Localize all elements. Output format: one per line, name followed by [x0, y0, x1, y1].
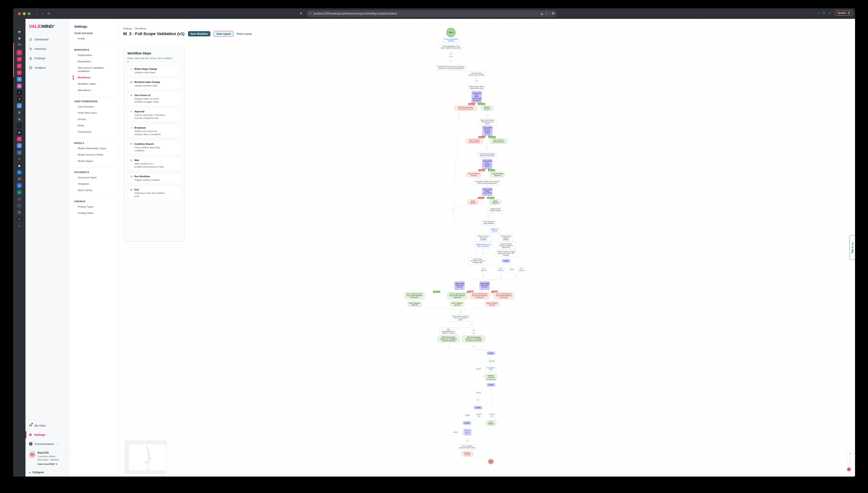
workflow-node-a79-br[interactable]: default — [475, 367, 481, 370]
window-maximize-button[interactable] — [28, 12, 31, 15]
settings-nav-item-workflow-states[interactable]: Workflow States — [74, 81, 114, 87]
extensions-puzzle-icon[interactable]: ⬡ — [823, 11, 826, 15]
linkedin-tab[interactable]: in — [17, 170, 22, 175]
workflow-node-a70-mrg[interactable]: ◦ — [471, 324, 473, 326]
browser-update-button[interactable]: Update☰ — [834, 10, 853, 16]
workflow-node-a46-act[interactable]: Confirm Findings in Findings Management … — [495, 250, 517, 257]
workflow-node-a21-red[interactable]: Non-Technical Gating Rejected — [466, 138, 483, 144]
reset-layout-button[interactable]: Reset Layout — [237, 33, 252, 35]
workflow-node-a7-act[interactable]: Model Executive Sponsor Sign-Off (MES) — [468, 71, 486, 77]
kebab-menu-icon[interactable]: ⋮ — [64, 451, 67, 465]
workflow-node-a35-green[interactable]: Gating Approved — [489, 199, 501, 205]
workflow-node-a9-act[interactable]: Submit Gating & Review Starting Dates (M… — [467, 85, 486, 90]
workflow-node-a24-act[interactable]: Submit Technical Gating Assessment (Vali… — [478, 152, 497, 157]
workflow-node-a61-green[interactable]: 3rd Line Approved Full Scope Model Valid… — [404, 292, 425, 299]
workflow-node-a83-br[interactable]: default — [475, 391, 481, 394]
globe-tab[interactable]: ⊕ — [17, 210, 22, 215]
settings-nav-item-groups[interactable]: Groups — [74, 116, 114, 123]
workflow-node-a92-brp[interactable]: Validation Approval Revoke — [463, 429, 472, 436]
workflow-node-a10-appr[interactable]: Approval/Reject Initial Model Documentat… — [471, 91, 482, 103]
workflow-node-a12-bdg[interactable]: Approved — [478, 103, 485, 105]
settings-nav-item-user-directory[interactable]: User Directory — [74, 104, 114, 110]
sidebar-item-inventory[interactable]: Inventory — [25, 44, 69, 53]
bookmark-icon[interactable]: ⚑ — [300, 12, 302, 15]
workflow-node-a75-mrg[interactable]: ◦ — [447, 345, 450, 348]
collapse-button[interactable]: « Collapse — [25, 468, 69, 476]
workflow-node-a26-bdr[interactable]: Rejected — [478, 169, 485, 171]
workflow-node-a63-red[interactable]: 2nd Line Rejected Full Scope Model Valid… — [469, 292, 490, 299]
step-card-wait[interactable]: ◷WaitHalts workflow for a predetermined … — [127, 157, 181, 171]
workflow-node-a43-blue[interactable]: Validation Request for More Information — [474, 243, 493, 248]
step-card-workflow-state-change[interactable]: ⇄Workflow State ChangeUpdates workflow s… — [127, 79, 181, 89]
facebook-tab[interactable]: f — [17, 150, 22, 155]
step-card-model-stage-change[interactable]: ◇Model Stage ChangeUpdates model stage. — [127, 65, 181, 76]
step-card-condition-branch[interactable]: ✛Condition BranchForks workflow dependin… — [127, 141, 181, 154]
reader-mode-icon[interactable]: ⬓ — [541, 12, 543, 15]
workflow-node-a58-bdg[interactable]: Approved — [433, 291, 440, 293]
user-profile[interactable]: RG Rod GTA Customer Admin,Developer, Val… — [25, 449, 69, 468]
new-tab-button[interactable]: + — [18, 224, 20, 228]
settings-nav-item-regulations[interactable]: Regulations — [74, 58, 114, 65]
workflow-node-a29-green[interactable]: Technical Gating Approved — [490, 172, 505, 177]
workflow-node-a57-appr[interactable]: Approval/Reject Placeholder 2nd Line — [480, 281, 489, 290]
workflow-node-a91-br[interactable]: default — [452, 430, 458, 434]
workflow-node-a50-br[interactable]: Tier 2 Approval — [497, 267, 505, 272]
workflow-node-a22-green[interactable]: Non-Technical Gating Approved — [490, 138, 507, 144]
teal-app-tab[interactable]: c — [17, 190, 22, 195]
workflow-canvas[interactable]: Settings / Workflows W_3 - Full Scope Va… — [119, 19, 855, 476]
flower-logo-icon[interactable]: ❋ — [846, 466, 851, 473]
blue-app-tab[interactable]: ⨯ — [17, 103, 22, 108]
settings-nav-item-permissions[interactable]: Permissions — [74, 129, 114, 135]
blue-dot-tab[interactable]: ● — [17, 203, 22, 208]
media-play-icon[interactable]: ◉ — [18, 37, 21, 40]
workflow-node-a87-br[interactable]: Model In Use — [475, 413, 483, 418]
sidebar-item-findings[interactable]: Findings — [25, 53, 69, 63]
workflow-node-a33-bdg[interactable]: Approved — [487, 197, 494, 199]
minimap[interactable] — [125, 441, 166, 473]
workflow-node-a40-blue[interactable]: Validation In Progress — [489, 228, 501, 233]
workflow-node-a3-act[interactable]: Submit Registration of Full Scope Valida… — [439, 45, 463, 50]
workflow-node-a76-mrg[interactable]: ◦ — [472, 345, 475, 348]
globe-tab[interactable]: ⊕ — [17, 117, 22, 122]
fit-view-button[interactable]: ⛶ — [847, 461, 853, 466]
workflow-node-a25-appr[interactable]: Approval/Rejection of the Technical Gati… — [482, 159, 492, 169]
settings-nav-item-finding-types[interactable]: Finding Types — [74, 203, 114, 210]
back-icon[interactable]: ‹ — [37, 12, 38, 16]
workflow-node-a11-bdr[interactable]: Rejected — [468, 103, 475, 105]
pink-dot-tab[interactable]: ● — [17, 197, 22, 201]
workflow-node-a5-mrg[interactable]: ◦ — [450, 60, 452, 63]
workflow-node-a31-appr[interactable]: Approve/Reject Gating Assessment — [482, 187, 492, 196]
sidebar-item-dashboard[interactable]: Dashboard — [25, 35, 69, 44]
workflow-node-a19-bdr[interactable]: Rejected — [478, 136, 485, 138]
window-minimize-button[interactable] — [23, 12, 26, 15]
workflow-node-a78-br[interactable]: Rejected — [488, 359, 494, 363]
workflow-node-a51-br[interactable]: default — [508, 268, 514, 271]
workflow-node-a52-br[interactable]: Tier 1 Approval — [518, 267, 526, 272]
workflow-node-a80-act[interactable]: Remediation Plan — [485, 366, 497, 371]
workflow-node-a8-wait[interactable]: ◷ — [475, 79, 479, 83]
shield-icon[interactable]: ⛊ — [552, 12, 554, 15]
site-info-icon[interactable]: ⓘ — [309, 12, 311, 15]
workflow-node-a48-cond[interactable]: 4 paths — [502, 259, 510, 262]
blue-app-tab[interactable]: ⨯ — [17, 143, 22, 148]
workflow-node-a93-wait[interactable]: ◷ — [466, 438, 469, 442]
workflow-node-a72-wait[interactable]: ◷14 days — [471, 329, 476, 334]
workflow-node-a54-mrg[interactable]: ◦ — [500, 276, 502, 278]
workflow-node-a82-cond[interactable]: 2 paths — [487, 383, 495, 386]
auto-layout-button[interactable]: Auto Layout — [214, 31, 233, 37]
workflow-node-a77-cond[interactable]: 2 paths — [487, 351, 495, 355]
dark-app-tab[interactable]: ▢ — [17, 217, 22, 221]
workflow-node-a85-cond[interactable]: 2 paths — [474, 406, 482, 409]
workflow-node-a44-act[interactable]: Submit Findings in Findings Management S… — [497, 242, 516, 249]
workflow-node-a49-br[interactable]: Tier 3 Approval — [480, 267, 487, 272]
step-card-approval[interactable]: ⚇ApprovalCollects approvals or rejection… — [127, 108, 181, 122]
settings-nav-item-block-library[interactable]: Block Library — [74, 187, 114, 194]
zoom-out-button[interactable]: − — [847, 456, 853, 461]
step-card-end[interactable]: ◎EndDetermines when this workflow ends. — [127, 186, 181, 200]
validmind-tab[interactable]: ✓ — [17, 50, 22, 55]
workflow-node-a41-act[interactable]: Request for More Information (Validator) — [476, 235, 491, 241]
settings-nav-item-attestations[interactable]: Attestations — [74, 87, 114, 93]
sidebar-toggle-icon[interactable]: ⬒ — [18, 30, 21, 34]
workflow-node-a81-green[interactable]: Validation Completed — [484, 374, 498, 379]
talk-to-us-tab[interactable]: Talk to us. — [850, 235, 855, 260]
